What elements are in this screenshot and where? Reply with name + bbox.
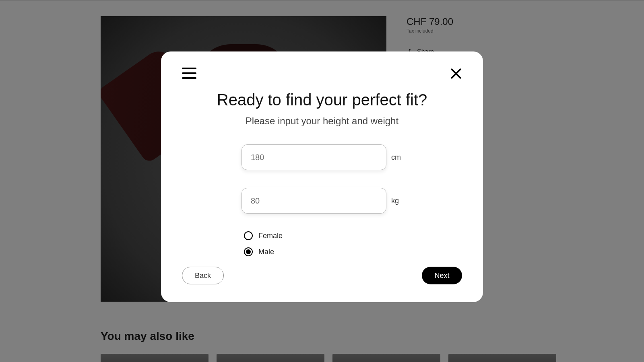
- female-label: Female: [258, 232, 283, 240]
- height-unit: cm: [391, 153, 402, 162]
- modal-title: Ready to find your perfect fit?: [182, 91, 462, 109]
- weight-input[interactable]: [242, 188, 386, 214]
- size-fit-modal: Ready to find your perfect fit? Please i…: [161, 51, 483, 302]
- modal-subtitle: Please input your height and weight: [182, 115, 462, 127]
- close-icon[interactable]: [450, 68, 462, 80]
- weight-unit: kg: [391, 197, 402, 205]
- next-button[interactable]: Next: [422, 267, 462, 284]
- radio-circle-checked-icon: [244, 247, 253, 256]
- female-radio-option[interactable]: Female: [244, 231, 402, 240]
- male-radio-option[interactable]: Male: [244, 247, 402, 256]
- male-label: Male: [258, 248, 274, 256]
- menu-icon[interactable]: [182, 68, 196, 79]
- weight-row: kg: [242, 188, 402, 214]
- radio-circle-icon: [244, 231, 253, 240]
- back-button[interactable]: Back: [182, 267, 224, 284]
- modal-footer: Back Next: [182, 267, 462, 284]
- modal-header: [182, 68, 462, 80]
- height-row: cm: [242, 144, 402, 170]
- measurement-inputs: cm kg: [242, 144, 402, 214]
- gender-radio-group: Female Male: [242, 231, 402, 256]
- height-input[interactable]: [242, 144, 386, 170]
